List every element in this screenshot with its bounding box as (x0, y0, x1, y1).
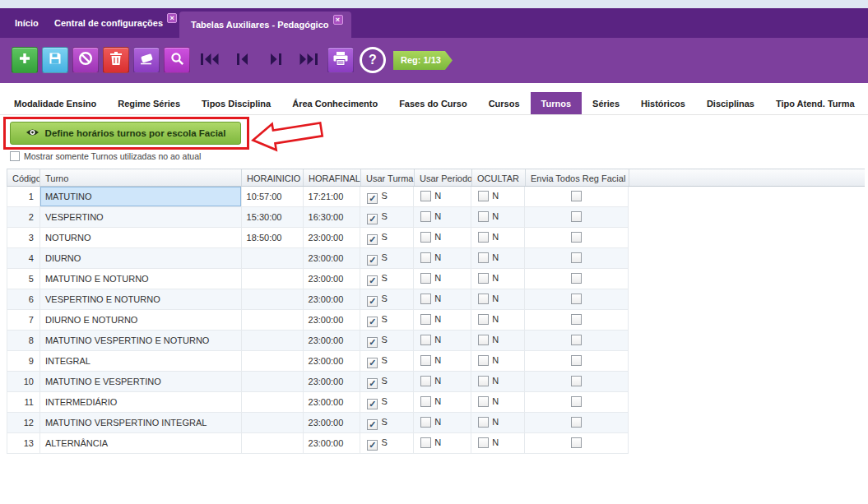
column-header-horafinal[interactable]: HORAFINAL (304, 169, 361, 186)
window-tab-central-configuracoes[interactable]: Central de configurações × (54, 8, 177, 38)
usar-turma-checkbox[interactable] (367, 214, 378, 224)
table-row[interactable]: 2 VESPERTINO 15:30:00 16:30:00 S N N (7, 207, 629, 228)
cell-horafinal[interactable]: 23:00:00 (304, 392, 361, 412)
envia-facial-checkbox[interactable] (571, 355, 582, 366)
usar-turma-checkbox[interactable] (367, 419, 378, 430)
ocultar-checkbox[interactable] (478, 396, 489, 407)
usar-periodo-checkbox[interactable] (420, 417, 431, 428)
usar-turma-checkbox[interactable] (367, 337, 378, 348)
usar-periodo-checkbox[interactable] (420, 191, 431, 201)
column-header-ocultar[interactable]: OCULTAR (472, 169, 526, 186)
table-row[interactable]: 11 INTERMEDIÁRIO 23:00:00 S N N (7, 392, 629, 413)
cell-turno[interactable]: MATUTINO VESPERTINO E NOTURNO (40, 331, 242, 350)
envia-facial-checkbox[interactable] (571, 191, 582, 201)
cell-horafinal[interactable]: 23:00:00 (304, 433, 361, 453)
last-record-button[interactable] (299, 54, 318, 67)
ocultar-checkbox[interactable] (478, 211, 489, 222)
tab-modalidade-ensino[interactable]: Modalidade Ensino (3, 92, 107, 114)
envia-facial-checkbox[interactable] (571, 376, 582, 386)
cell-horainicio[interactable] (242, 433, 304, 453)
usar-turma-checkbox[interactable] (367, 378, 378, 389)
usar-periodo-checkbox[interactable] (420, 314, 431, 325)
close-icon[interactable]: × (333, 15, 343, 25)
table-row[interactable]: 12 MATUTINO VERSPERTINO INTEGRAL 23:00:0… (7, 413, 629, 433)
column-header-usar-turma[interactable]: Usar Turma (361, 169, 415, 186)
cell-turno[interactable]: ALTERNÂNCIA (40, 433, 242, 453)
cell-horafinal[interactable]: 23:00:00 (304, 228, 361, 247)
ocultar-checkbox[interactable] (478, 273, 489, 284)
cell-horainicio[interactable]: 15:30:00 (242, 207, 304, 227)
cell-horainicio[interactable] (242, 372, 304, 391)
tab-disciplinas[interactable]: Disciplinas (696, 92, 765, 114)
delete-button[interactable] (103, 47, 129, 73)
cell-horafinal[interactable]: 23:00:00 (304, 289, 361, 309)
cell-turno[interactable]: DIURNO (40, 248, 242, 268)
window-tab-inicio[interactable]: Início (15, 8, 39, 38)
cell-horafinal[interactable]: 23:00:00 (304, 248, 361, 268)
cell-horainicio[interactable] (242, 413, 304, 432)
usar-turma-checkbox[interactable] (367, 358, 378, 368)
tab-fases-do-curso[interactable]: Fases do Curso (388, 92, 478, 114)
help-button[interactable]: ? (360, 47, 386, 73)
usar-periodo-checkbox[interactable] (420, 252, 431, 263)
cell-turno[interactable]: NOTURNO (40, 228, 242, 247)
table-row[interactable]: 8 MATUTINO VESPERTINO E NOTURNO 23:00:00… (7, 331, 629, 351)
cell-horafinal[interactable]: 23:00:00 (304, 351, 361, 371)
usar-turma-checkbox[interactable] (367, 193, 378, 204)
cell-turno[interactable]: MATUTINO E NOTURNO (40, 269, 242, 289)
envia-facial-checkbox[interactable] (571, 314, 582, 325)
table-row[interactable]: 13 ALTERNÂNCIA 23:00:00 S N N (7, 433, 629, 454)
usar-periodo-checkbox[interactable] (420, 273, 431, 284)
usar-periodo-checkbox[interactable] (420, 211, 431, 222)
column-header-codigo[interactable]: Código (7, 169, 40, 186)
tab-s-ries[interactable]: Séries (582, 92, 630, 114)
cell-horafinal[interactable]: 23:00:00 (304, 372, 361, 391)
ocultar-checkbox[interactable] (478, 294, 489, 304)
envia-facial-checkbox[interactable] (571, 437, 582, 448)
clear-button[interactable] (133, 47, 160, 73)
envia-facial-checkbox[interactable] (571, 232, 582, 243)
table-row[interactable]: 1 MATUTINO 10:57:00 17:21:00 S N N (7, 187, 629, 207)
cell-turno[interactable]: MATUTINO VERSPERTINO INTEGRAL (40, 413, 242, 432)
cell-turno[interactable]: VESPERTINO E NOTURNO (40, 289, 242, 309)
define-horarios-facial-button[interactable]: Define horários turnos por escola Facial (10, 122, 241, 145)
envia-facial-checkbox[interactable] (571, 335, 582, 345)
envia-facial-checkbox[interactable] (571, 273, 582, 284)
usar-periodo-checkbox[interactable] (420, 232, 431, 243)
ocultar-checkbox[interactable] (478, 417, 489, 428)
envia-facial-checkbox[interactable] (571, 417, 582, 428)
cell-horainicio[interactable] (242, 289, 304, 309)
window-tab-tabelas-auxiliares[interactable]: Tabelas Auxiliares - Pedagógico × (179, 12, 351, 38)
tab-hist-ricos[interactable]: Históricos (630, 92, 696, 114)
cancel-button[interactable] (72, 47, 99, 73)
envia-facial-checkbox[interactable] (571, 396, 582, 407)
cell-horafinal[interactable]: 23:00:00 (304, 269, 361, 289)
table-row[interactable]: 7 DIURNO E NOTURNO 23:00:00 S N N (7, 310, 629, 331)
add-button[interactable] (12, 47, 38, 73)
previous-record-button[interactable] (233, 54, 253, 67)
usar-turma-checkbox[interactable] (367, 399, 378, 409)
ocultar-checkbox[interactable] (478, 252, 489, 263)
envia-facial-checkbox[interactable] (571, 211, 582, 222)
usar-turma-checkbox[interactable] (367, 234, 378, 245)
ocultar-checkbox[interactable] (478, 314, 489, 325)
usar-turma-checkbox[interactable] (367, 296, 378, 307)
ocultar-checkbox[interactable] (478, 191, 489, 201)
filter-checkbox[interactable] (10, 151, 20, 161)
save-button[interactable] (42, 47, 68, 73)
next-record-button[interactable] (266, 54, 285, 67)
ocultar-checkbox[interactable] (478, 376, 489, 386)
table-row[interactable]: 9 INTEGRAL 23:00:00 S N N (7, 351, 629, 372)
tab-tipo-atend-turma[interactable]: Tipo Atend. Turma (765, 92, 866, 114)
ocultar-checkbox[interactable] (478, 232, 489, 243)
cell-turno[interactable]: DIURNO E NOTURNO (40, 310, 242, 330)
cell-horainicio[interactable]: 18:50:00 (242, 228, 304, 247)
print-button[interactable] (327, 47, 354, 73)
ocultar-checkbox[interactable] (478, 335, 489, 345)
column-header-horainicio[interactable]: HORAINICIO (242, 169, 304, 186)
column-header-turno[interactable]: Turno (40, 169, 242, 186)
cell-horainicio[interactable] (242, 310, 304, 330)
cell-horafinal[interactable]: 23:00:00 (304, 310, 361, 330)
usar-turma-checkbox[interactable] (367, 255, 378, 266)
cell-turno[interactable]: MATUTINO E VESPERTINO (40, 372, 242, 391)
